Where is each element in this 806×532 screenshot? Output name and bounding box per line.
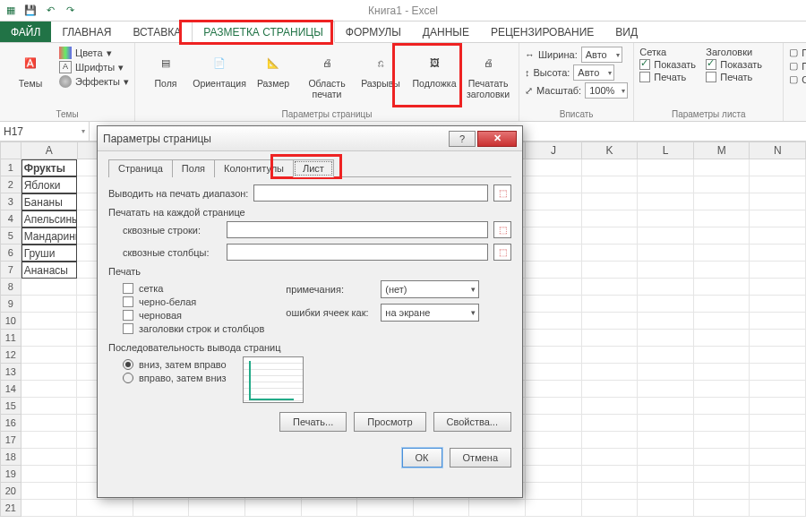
cell[interactable] (582, 210, 639, 227)
row-header[interactable]: 16 (0, 415, 21, 432)
tab-page-layout[interactable]: РАЗМЕТКА СТРАНИЦЫ (192, 21, 335, 43)
effects-button[interactable]: Эффекты ▾ (59, 75, 129, 88)
cell[interactable] (526, 262, 582, 279)
column-header[interactable]: A (21, 142, 78, 159)
cell[interactable] (21, 364, 78, 381)
selection-pane-button[interactable]: ▢Область в (789, 73, 806, 85)
row-header[interactable]: 20 (0, 483, 21, 500)
cell[interactable] (582, 330, 639, 347)
cell[interactable]: Ананасы (21, 262, 78, 279)
range-picker-icon[interactable]: ⬚ (493, 244, 511, 261)
cell[interactable] (245, 500, 302, 517)
range-picker-icon[interactable]: ⬚ (493, 184, 511, 202)
cell[interactable] (469, 500, 526, 517)
cell[interactable] (582, 364, 639, 381)
cell[interactable] (526, 279, 582, 296)
cell[interactable] (694, 193, 750, 210)
cell[interactable] (526, 500, 582, 517)
cell[interactable] (582, 466, 639, 483)
cell[interactable] (694, 347, 750, 364)
cell[interactable]: Бананы (21, 193, 78, 210)
row-header[interactable]: 15 (0, 398, 21, 415)
cell[interactable] (526, 364, 582, 381)
cell[interactable] (750, 279, 806, 296)
tab-sheet[interactable]: Лист (293, 159, 334, 177)
save-icon[interactable]: 💾 (23, 4, 38, 18)
cell[interactable] (694, 159, 750, 176)
cell[interactable] (526, 176, 582, 193)
gridlines-print-check[interactable]: Печать (639, 72, 702, 82)
cell[interactable] (21, 500, 78, 517)
row-header[interactable]: 5 (0, 227, 21, 245)
close-button[interactable]: ✕ (477, 131, 517, 147)
cell[interactable] (21, 330, 78, 347)
cell[interactable] (526, 347, 582, 364)
row-header[interactable]: 6 (0, 245, 21, 262)
cell[interactable] (638, 159, 694, 176)
cell[interactable] (638, 415, 694, 432)
cell[interactable] (526, 381, 582, 398)
row-header[interactable]: 18 (0, 449, 21, 466)
cell[interactable] (694, 364, 750, 381)
height-combo[interactable]: Авто (573, 64, 614, 81)
tab-formulas[interactable]: ФОРМУЛЫ (335, 21, 412, 42)
print-area-button[interactable]: 🖨Область печати (302, 45, 352, 99)
cols-repeat-input[interactable] (227, 244, 488, 261)
cell[interactable] (21, 279, 78, 296)
cell[interactable] (526, 466, 582, 483)
cell[interactable] (694, 245, 750, 262)
cell[interactable]: Мандарины (21, 227, 78, 245)
cell[interactable] (638, 176, 694, 193)
cell[interactable]: Апельсины (21, 210, 78, 227)
column-header[interactable]: L (638, 142, 694, 159)
bw-check[interactable]: черно-белая (123, 296, 264, 307)
cell[interactable] (750, 262, 806, 279)
row-header[interactable]: 19 (0, 466, 21, 483)
cell[interactable] (638, 483, 694, 500)
preview-button[interactable]: Просмотр (354, 412, 425, 432)
cell[interactable] (582, 159, 639, 176)
cell[interactable] (582, 432, 639, 449)
dialog-titlebar[interactable]: Параметры страницы ? ✕ (98, 126, 522, 151)
cell[interactable] (526, 483, 582, 500)
cell[interactable] (750, 466, 806, 483)
row-header[interactable]: 13 (0, 364, 21, 381)
cell[interactable] (750, 313, 806, 330)
cell[interactable] (638, 313, 694, 330)
cell[interactable] (638, 449, 694, 466)
gridlines-show-check[interactable]: Показать (639, 59, 702, 70)
cell[interactable] (526, 398, 582, 415)
cell[interactable] (750, 330, 806, 347)
cell[interactable] (694, 330, 750, 347)
tab-file[interactable]: ФАЙЛ (0, 21, 51, 42)
cell[interactable] (750, 347, 806, 364)
cell[interactable] (526, 449, 582, 466)
margins-button[interactable]: ▤Поля (141, 45, 191, 90)
cell[interactable] (750, 296, 806, 313)
cancel-button[interactable]: Отмена (450, 448, 511, 468)
column-header[interactable]: M (694, 142, 750, 159)
cell[interactable] (582, 449, 639, 466)
cell[interactable] (21, 347, 78, 364)
rowcol-headers-check[interactable]: заголовки строк и столбцов (123, 323, 264, 334)
cell[interactable] (694, 415, 750, 432)
cell[interactable] (526, 227, 582, 245)
cell[interactable] (750, 415, 806, 432)
row-header[interactable]: 8 (0, 279, 21, 296)
cell[interactable] (582, 483, 639, 500)
grid-check[interactable]: сетка (123, 283, 264, 294)
cell[interactable] (133, 500, 190, 517)
cell[interactable] (414, 500, 470, 517)
errors-select[interactable]: на экране (381, 304, 479, 322)
cell[interactable]: Фрукты (21, 159, 78, 176)
cell[interactable] (526, 313, 582, 330)
cell[interactable] (638, 296, 694, 313)
cell[interactable] (582, 347, 639, 364)
name-box[interactable]: H17 (0, 122, 90, 141)
cell[interactable] (694, 381, 750, 398)
cell[interactable] (582, 313, 639, 330)
cell[interactable] (694, 500, 750, 517)
colors-button[interactable]: Цвета ▾ (59, 47, 129, 59)
cell[interactable] (750, 159, 806, 176)
column-header[interactable]: K (582, 142, 639, 159)
